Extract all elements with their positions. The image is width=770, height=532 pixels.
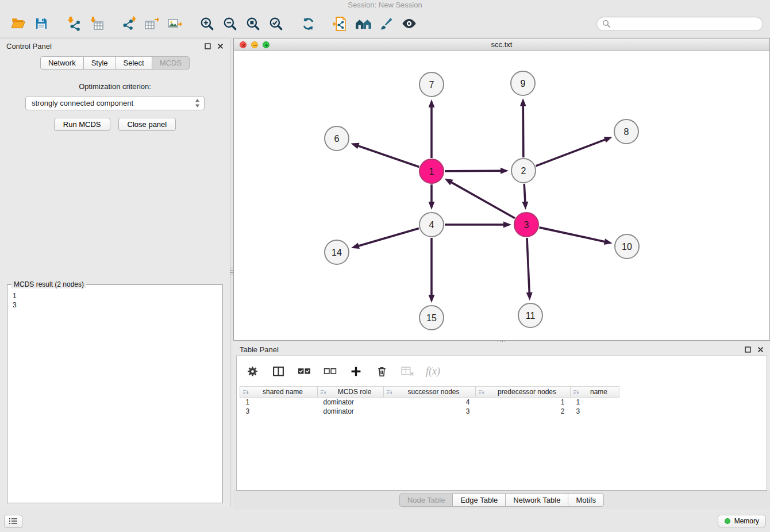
- export-network-button[interactable]: [117, 12, 140, 35]
- search-input[interactable]: [614, 20, 757, 28]
- export-table-button[interactable]: [140, 12, 163, 35]
- open-session-button[interactable]: [7, 12, 30, 35]
- column-header-shared-name[interactable]: shared name: [240, 387, 318, 398]
- deselect-all-button[interactable]: [322, 364, 337, 379]
- graph-node-9[interactable]: 9: [511, 71, 535, 95]
- memory-button[interactable]: Memory: [718, 515, 766, 527]
- close-panel-icon[interactable]: [217, 43, 224, 49]
- close-panel-button[interactable]: Close panel: [118, 118, 176, 131]
- graph-edge-4-14[interactable]: [351, 228, 419, 249]
- search-box[interactable]: [596, 17, 763, 31]
- column-header-MCDS-role[interactable]: MCDS role: [318, 387, 384, 398]
- table-cell[interactable]: 1: [571, 398, 619, 407]
- table-cell[interactable]: 3: [240, 407, 318, 416]
- graph-node-7[interactable]: 7: [419, 72, 444, 97]
- table-row[interactable]: 1dominator411: [240, 398, 619, 407]
- optimization-criterion-select[interactable]: strongly connected component: [25, 96, 205, 110]
- graph-node-6[interactable]: 6: [325, 126, 349, 151]
- import-network-button[interactable]: [62, 12, 85, 35]
- import-table-icon: [89, 16, 104, 31]
- delete-entry-button[interactable]: [374, 364, 389, 379]
- table-tab-node-table[interactable]: Node Table: [399, 494, 453, 507]
- close-table-panel-icon[interactable]: [757, 346, 764, 353]
- export-image-button[interactable]: [163, 12, 186, 35]
- float-table-panel-icon[interactable]: [745, 346, 751, 353]
- apply-style-button[interactable]: [375, 12, 398, 35]
- table-cell[interactable]: 3: [384, 407, 476, 416]
- table-cell[interactable]: dominator: [318, 398, 384, 407]
- table-row[interactable]: 3dominator323: [240, 407, 619, 416]
- tab-network[interactable]: Network: [40, 56, 84, 70]
- delete-table-button[interactable]: [400, 364, 415, 379]
- zoom-selected-button[interactable]: [264, 12, 287, 35]
- zoom-out-button[interactable]: [218, 12, 241, 35]
- graph-edge-1-2[interactable]: [445, 168, 509, 174]
- show-graphics-details-button[interactable]: [398, 12, 421, 35]
- plus-icon: [350, 365, 362, 377]
- run-mcds-button[interactable]: Run MCDS: [54, 118, 110, 131]
- graph-node-15[interactable]: 15: [419, 306, 444, 330]
- graph-edge-3-1[interactable]: [445, 179, 515, 218]
- network-window-titlebar[interactable]: scc.txt: [234, 38, 769, 51]
- network-from-selection-button[interactable]: [329, 12, 352, 35]
- graph-node-4[interactable]: 4: [419, 213, 444, 237]
- graph-edge-4-15[interactable]: [429, 238, 435, 303]
- add-entry-button[interactable]: [348, 364, 363, 379]
- graph-edge-1-4[interactable]: [429, 184, 435, 210]
- control-panel-title: Control Panel: [6, 42, 52, 51]
- graph-edge-1-7[interactable]: [429, 99, 435, 158]
- graph-edge-4-3[interactable]: [445, 222, 511, 228]
- split-panel-button[interactable]: [271, 364, 286, 379]
- graph-edge-3-11[interactable]: [526, 238, 533, 300]
- zoom-window-icon[interactable]: [263, 41, 270, 48]
- column-sort-icon: [478, 389, 484, 395]
- table-tab-edge-table[interactable]: Edge Table: [452, 494, 506, 507]
- column-header-name[interactable]: name: [571, 387, 619, 398]
- mcds-result-list[interactable]: 13: [7, 285, 222, 316]
- column-header-predecessor-nodes[interactable]: predecessor nodes: [476, 387, 571, 398]
- graph-node-3[interactable]: 3: [514, 213, 538, 237]
- import-table-button[interactable]: [85, 12, 108, 35]
- graph-edge-2-9[interactable]: [520, 98, 526, 157]
- graph-node-1[interactable]: 1: [419, 159, 444, 183]
- mcds-result-item[interactable]: 1: [13, 291, 217, 300]
- graph-node-14[interactable]: 14: [325, 240, 349, 264]
- column-header-successor-nodes[interactable]: successor nodes: [384, 387, 476, 398]
- graph-node-label: 14: [332, 248, 342, 257]
- tab-style[interactable]: Style: [83, 56, 116, 70]
- mcds-result-item[interactable]: 3: [13, 300, 217, 310]
- float-panel-icon[interactable]: [205, 43, 211, 49]
- table-tab-network-table[interactable]: Network Table: [505, 494, 568, 507]
- task-history-button[interactable]: [4, 515, 22, 528]
- graph-edge-3-10[interactable]: [539, 228, 612, 245]
- tab-select[interactable]: Select: [116, 56, 152, 70]
- table-settings-button[interactable]: [245, 364, 260, 379]
- table-cell[interactable]: 1: [240, 398, 318, 407]
- graph-edge-1-6[interactable]: [351, 143, 419, 167]
- graph-node-10[interactable]: 10: [615, 234, 639, 259]
- minimize-window-icon[interactable]: [251, 41, 258, 48]
- tab-mcds[interactable]: MCDS: [152, 56, 190, 70]
- save-session-button[interactable]: [30, 12, 53, 35]
- zoom-fit-button[interactable]: [241, 12, 264, 35]
- zoom-in-button[interactable]: [195, 12, 218, 35]
- table-cell[interactable]: 3: [571, 407, 619, 416]
- column-sort-icon: [320, 389, 326, 395]
- table-cell[interactable]: 4: [384, 398, 476, 407]
- refresh-layout-button[interactable]: [297, 12, 319, 35]
- close-window-icon[interactable]: [240, 41, 247, 48]
- first-neighbors-button[interactable]: [352, 12, 375, 35]
- table-cell[interactable]: 1: [476, 398, 571, 407]
- network-canvas[interactable]: 7968124314101511: [234, 51, 769, 340]
- graph-node-2[interactable]: 2: [511, 159, 536, 183]
- graph-node-8[interactable]: 8: [614, 119, 638, 144]
- table-tab-motifs[interactable]: Motifs: [568, 494, 604, 507]
- graph-node-11[interactable]: 11: [518, 303, 542, 327]
- graph-edge-2-3[interactable]: [522, 184, 528, 210]
- function-builder-button[interactable]: f(x): [426, 364, 440, 379]
- select-all-button[interactable]: [297, 364, 311, 379]
- graph-edge-2-8[interactable]: [536, 137, 613, 166]
- export-network-icon: [121, 16, 136, 31]
- table-cell[interactable]: 2: [476, 407, 571, 416]
- table-cell[interactable]: dominator: [318, 407, 384, 416]
